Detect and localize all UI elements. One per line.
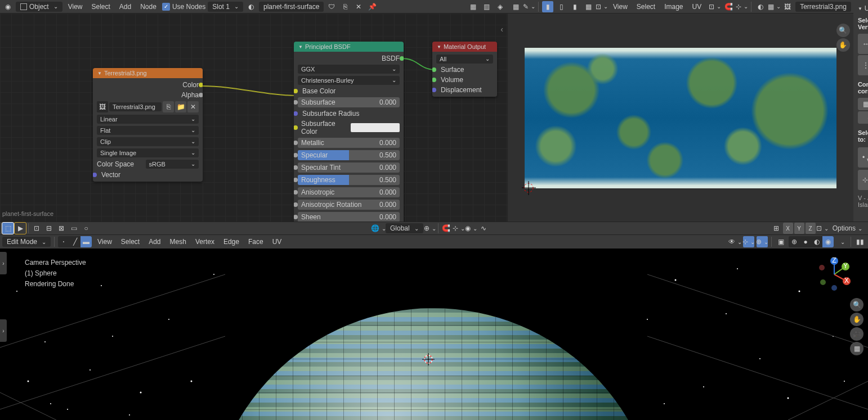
uv-pan-icon[interactable]: ✋ bbox=[836, 38, 850, 52]
param-specular[interactable]: Specular0.500 bbox=[298, 150, 400, 160]
sel-mode-face-icon[interactable]: ▬ bbox=[80, 236, 92, 247]
node-image-texture[interactable]: Terrestrial3.png Color Alpha 🖼 Terrestri… bbox=[93, 68, 203, 182]
toolbar-expand-icon[interactable]: › bbox=[0, 252, 7, 274]
vp-menu-face[interactable]: Face bbox=[245, 237, 267, 247]
open-icon[interactable]: 📁 bbox=[175, 101, 186, 112]
axis-y-button[interactable]: Y bbox=[794, 223, 804, 234]
source-dropdown[interactable]: Single Image bbox=[97, 148, 199, 157]
menu-add[interactable]: Add bbox=[116, 2, 135, 12]
target-dropdown[interactable]: All bbox=[436, 55, 493, 64]
param-anisotropic-rotation[interactable]: Anisotropic Rotation0.000 bbox=[298, 200, 400, 210]
sel-invert-icon[interactable]: ⊟ bbox=[43, 223, 55, 234]
nav-gizmo[interactable]: X Y Z bbox=[817, 258, 851, 291]
gizmo-toggle-icon[interactable]: ⊹ bbox=[743, 236, 754, 247]
param-roughness[interactable]: Roughness0.500 bbox=[298, 175, 400, 185]
uv-menu-select[interactable]: Select bbox=[633, 2, 659, 12]
image-name-field[interactable]: Terrestrial3.png bbox=[109, 102, 162, 111]
node-material-output[interactable]: Material Output All Surface Volume Displ… bbox=[432, 42, 497, 97]
uv-image-icon[interactable]: 🖼 bbox=[782, 1, 793, 12]
shield-icon[interactable]: 🛡 bbox=[326, 1, 337, 12]
sel-none-icon[interactable]: ⊠ bbox=[56, 223, 67, 234]
uv-editor-type-icon[interactable]: ▦ bbox=[510, 1, 521, 12]
uv-sync-icon[interactable]: ▮ bbox=[542, 1, 553, 12]
param-subsurface[interactable]: Subsurface0.000 bbox=[298, 97, 400, 107]
orientation-icon[interactable]: 🌐 bbox=[373, 223, 384, 234]
editor-type-icon[interactable]: ◉ bbox=[2, 1, 14, 12]
uv-image-name-field[interactable]: Terrestrial3.png bbox=[795, 2, 851, 12]
curve-icon[interactable]: ∿ bbox=[478, 223, 489, 234]
select-tool-icon[interactable]: ▶ bbox=[15, 223, 26, 234]
node-editor-canvas[interactable]: Terrestrial3.png Color Alpha 🖼 Terrestri… bbox=[0, 13, 508, 222]
node-bsdf-header[interactable]: Principled BSDF bbox=[294, 42, 404, 52]
shade-matprev-icon[interactable]: ◐ bbox=[811, 236, 822, 247]
uv-sel-vert-icon[interactable]: ▯ bbox=[556, 1, 567, 12]
uv-squares-title[interactable]: UV Squares bbox=[865, 4, 868, 12]
uv-menu-view[interactable]: View bbox=[610, 2, 631, 12]
uv-zoom-icon[interactable]: 🔍 bbox=[836, 24, 850, 37]
sel-all-icon[interactable]: ⊡ bbox=[31, 223, 42, 234]
use-nodes-checkbox[interactable]: ✓ bbox=[162, 3, 170, 11]
uv-sel-edge-icon[interactable]: ▮ bbox=[569, 1, 580, 12]
menu-view[interactable]: View bbox=[65, 2, 86, 12]
menu-select[interactable]: Select bbox=[88, 2, 113, 12]
material-icon[interactable]: ◐ bbox=[245, 1, 257, 12]
camera-icon[interactable]: 🎥 bbox=[850, 327, 863, 341]
zoom-icon[interactable]: 🔍 bbox=[850, 298, 863, 311]
param-specular-tint[interactable]: Specular Tint0.000 bbox=[298, 162, 400, 173]
vp-menu-edge[interactable]: Edge bbox=[220, 237, 243, 247]
unlink-icon[interactable]: ✕ bbox=[187, 101, 199, 112]
snap-axis-button[interactable]: ↔Snap to Axis (X or Y) bbox=[858, 34, 868, 54]
prop-edit-icon[interactable]: ◉ bbox=[466, 223, 477, 234]
image-browse-icon[interactable]: 🖼 bbox=[97, 101, 108, 112]
uv-snap-icon[interactable]: 🧲 bbox=[723, 1, 734, 12]
param-metallic[interactable]: Metallic0.000 bbox=[298, 138, 400, 148]
extension-dropdown[interactable]: Clip bbox=[97, 137, 199, 146]
material-name-field[interactable]: planet-first-surface bbox=[259, 2, 324, 12]
pause-icon[interactable]: ▮▮ bbox=[854, 236, 866, 247]
sel-box-icon[interactable]: ▭ bbox=[68, 223, 79, 234]
grid-by-shape-button[interactable]: ▦To Grid By Shape bbox=[858, 98, 868, 110]
vp-menu-add[interactable]: Add bbox=[145, 237, 164, 247]
snap-icon[interactable]: ◈ bbox=[494, 1, 505, 12]
uv-channels-icon[interactable]: ▦ bbox=[768, 1, 780, 12]
visibility-icon[interactable]: 👁 bbox=[730, 236, 741, 247]
shade-solid-icon[interactable]: ● bbox=[800, 236, 811, 247]
uv-menu-image[interactable]: Image bbox=[661, 2, 686, 12]
sel-mode-edge-icon[interactable]: ╱ bbox=[69, 236, 80, 247]
copy-icon[interactable]: ⎘ bbox=[339, 1, 351, 12]
interp-dropdown[interactable]: Linear bbox=[97, 115, 199, 124]
pan-icon[interactable]: ✋ bbox=[850, 313, 863, 326]
sel-mode-vert-icon[interactable]: ⋅ bbox=[58, 236, 69, 247]
square-grid-button[interactable]: #To Square Grid bbox=[858, 111, 868, 124]
vp-menu-select[interactable]: Select bbox=[118, 237, 143, 247]
menu-node[interactable]: Node bbox=[137, 2, 160, 12]
perspective-icon[interactable]: ▦ bbox=[850, 342, 863, 355]
uv-sticky-icon[interactable]: ⊡ bbox=[596, 1, 607, 12]
vp-menu-view[interactable]: View bbox=[94, 237, 115, 247]
collapse-arrow-icon[interactable]: ‹ bbox=[500, 25, 503, 34]
snap-closest-button[interactable]: ⊹Snap to Closest Unselected bbox=[858, 170, 868, 190]
slot-dropdown[interactable]: Slot 1 bbox=[208, 2, 243, 12]
vp-menu-mesh[interactable]: Mesh bbox=[167, 237, 190, 247]
uv-snap-mode-icon[interactable]: ⊹ bbox=[736, 1, 748, 12]
pin-icon[interactable]: 📌 bbox=[366, 1, 378, 12]
axis-z-button[interactable]: Z bbox=[806, 223, 816, 234]
pivot-icon[interactable]: ⊕ bbox=[424, 223, 436, 234]
subsurface-color-swatch[interactable] bbox=[351, 123, 400, 132]
param-anisotropic[interactable]: Anisotropic0.000 bbox=[298, 187, 400, 197]
vp-menu-uv[interactable]: UV bbox=[269, 237, 285, 247]
xray-icon[interactable]: ▣ bbox=[775, 236, 786, 247]
snap-toggle-icon[interactable]: 🧲 bbox=[441, 223, 452, 234]
3d-viewport[interactable]: Edit Mode ⋅ ╱ ▬ View Select Add Mesh Ver… bbox=[0, 235, 868, 420]
snap-mode-icon[interactable]: ⊹ bbox=[453, 223, 464, 234]
uv-display-icon[interactable]: ◐ bbox=[755, 1, 766, 12]
orientation-dropdown[interactable]: Global bbox=[386, 223, 423, 233]
shade-render-icon[interactable]: ◉ bbox=[822, 236, 834, 247]
vp-menu-vertex[interactable]: Vertex bbox=[192, 237, 218, 247]
param-sheen[interactable]: Sheen0.000 bbox=[298, 212, 400, 222]
uv-mode-icon[interactable]: ✎ bbox=[524, 1, 535, 12]
node-tex-header[interactable]: Terrestrial3.png bbox=[93, 68, 203, 78]
sss-method-dropdown[interactable]: Christensen-Burley bbox=[298, 76, 400, 85]
overlay-icon[interactable]: ▦ bbox=[467, 1, 478, 12]
snap-distance-button[interactable]: ⋮Snap with Equal Distance bbox=[858, 55, 868, 75]
